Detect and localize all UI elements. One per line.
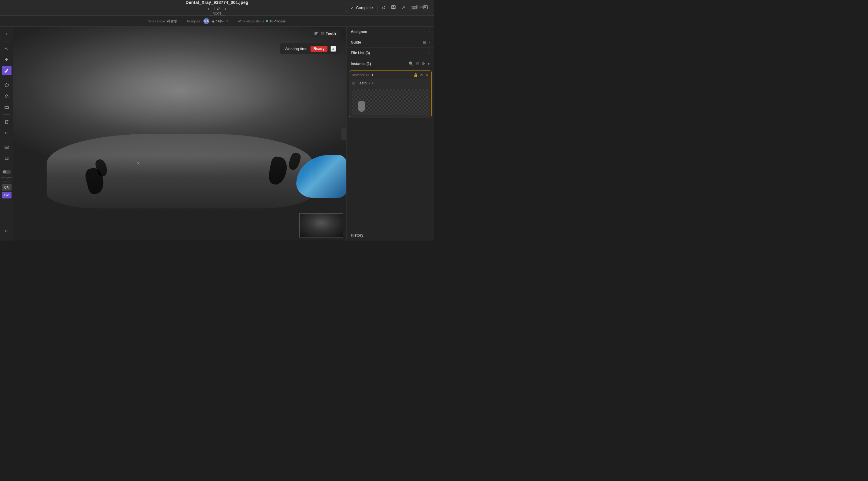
guide-header-right: ⊟ › bbox=[423, 40, 430, 44]
complete-check-icon: ✓ bbox=[350, 5, 354, 10]
work-stage-value: 라벨링 bbox=[167, 19, 177, 23]
file-list-title: File List (3) bbox=[351, 51, 370, 55]
nav-controls: ‹ 1 /3 › bbox=[206, 5, 228, 12]
complete-button[interactable]: ✓ Complete bbox=[346, 4, 377, 12]
fill-tool-button[interactable] bbox=[2, 91, 11, 101]
instance-id-container: Instance ID 1 bbox=[352, 73, 373, 77]
guide-filter-icon[interactable]: ⊟ bbox=[423, 40, 426, 44]
is-teeth-label: IS Teeth bbox=[310, 30, 340, 37]
file-list-header[interactable]: File List (3) › bbox=[346, 48, 434, 58]
assignee-title: Assignee bbox=[351, 30, 367, 34]
work-stage-label: Work stage bbox=[148, 19, 165, 23]
report-button[interactable]: Report bbox=[413, 4, 429, 10]
super-pixel-label: super pixel bbox=[1, 177, 12, 179]
left-toolbar: ‹ ↖ ✥ ↩ super pixel QA bbox=[0, 27, 13, 241]
assignee-chevron-icon: ▾ bbox=[226, 19, 228, 23]
canvas-area[interactable]: ✕ IS Teeth Working time Ready ▲ › bbox=[13, 27, 346, 241]
page-indicator: 1 /3 bbox=[214, 7, 220, 11]
collapse-left-button[interactable]: ‹ bbox=[2, 29, 11, 39]
top-bar-center: Dental_Xray_938774_001.jpeg ‹ 1 /3 › __R… bbox=[186, 0, 248, 15]
undo-tool-button[interactable]: ↩ bbox=[2, 128, 11, 138]
history-header[interactable]: History bbox=[346, 230, 434, 241]
file-title: Dental_Xray_938774_001.jpeg bbox=[186, 0, 248, 5]
toolbar-separator-5 bbox=[3, 166, 10, 166]
prev-button[interactable]: ‹ bbox=[206, 5, 211, 12]
svg-rect-8 bbox=[5, 121, 8, 124]
instance-id-label: Instance ID bbox=[352, 73, 369, 77]
instance-preview bbox=[352, 89, 429, 115]
thumbnail-overlay bbox=[299, 213, 343, 237]
assignee-section: Assignee › bbox=[346, 27, 434, 37]
canvas-collapse-handle[interactable]: › bbox=[341, 128, 346, 140]
svg-rect-13 bbox=[5, 148, 8, 149]
main-layout: ‹ ↖ ✥ ↩ super pixel QA bbox=[0, 27, 434, 241]
teeth-label-text: Teeth bbox=[326, 31, 336, 36]
delete-tool-button[interactable] bbox=[2, 117, 11, 127]
guide-header[interactable]: Guide ⊟ › bbox=[346, 37, 434, 47]
qa-button[interactable]: QA bbox=[2, 184, 11, 191]
expand-button[interactable]: ⤢ bbox=[400, 4, 406, 12]
instance-lock-button[interactable]: 🔒 bbox=[413, 73, 418, 77]
file-list-chevron-icon: › bbox=[429, 51, 430, 55]
page-current: 1 bbox=[214, 7, 216, 11]
super-pixel-toggle[interactable] bbox=[2, 170, 11, 174]
instance-filter-button[interactable]: ⊟ bbox=[416, 61, 419, 66]
second-bar: Work stage 라벨링 Assignee 유스 유스티나 ▾ Work s… bbox=[0, 16, 434, 27]
guide-section: Guide ⊟ › bbox=[346, 37, 434, 48]
stack-tool-button[interactable] bbox=[2, 143, 11, 153]
guide-chevron-icon: › bbox=[429, 40, 430, 44]
assignee-button[interactable]: Assignee 유스 유스티나 ▾ bbox=[187, 18, 228, 24]
toolbar-separator-1 bbox=[3, 41, 10, 41]
toolbar-separator-3 bbox=[3, 114, 10, 115]
file-list-header-right: › bbox=[429, 51, 430, 55]
ov-button[interactable]: OV bbox=[2, 192, 11, 198]
instance-section-header: Instance (1) 🔍 ⊟ ⚙ ▾ bbox=[346, 58, 434, 68]
status-label: Work stage status bbox=[238, 19, 264, 23]
svg-rect-2 bbox=[392, 7, 395, 9]
instance-chevron-button[interactable]: ▾ bbox=[428, 61, 430, 66]
instance-eye-button[interactable]: 👁 bbox=[420, 73, 424, 77]
toolbar-separator-6 bbox=[3, 181, 10, 182]
status-value: In Process bbox=[270, 19, 286, 23]
arrow-tool-button[interactable]: ↖ bbox=[2, 44, 11, 54]
preview-tooth-shape bbox=[358, 101, 365, 111]
instance-class-row: Teeth 🏷 bbox=[349, 79, 431, 87]
svg-rect-1 bbox=[393, 5, 394, 7]
instance-id-value: 1 bbox=[371, 73, 373, 77]
cross-marker: ✕ bbox=[136, 161, 140, 166]
tag-icon: 🏷 bbox=[369, 81, 373, 85]
instance-panel: Instance (1) 🔍 ⊟ ⚙ ▾ Instance ID 1 🔒 bbox=[346, 58, 434, 230]
erase-tool-button[interactable] bbox=[2, 102, 11, 112]
top-right-area: Report ✓ Complete ↺ ⤢ ⌨ bbox=[346, 4, 429, 12]
instance-settings-button[interactable]: ⚙ bbox=[422, 61, 425, 66]
file-subtitle: __ROOT__ bbox=[209, 12, 224, 15]
next-button[interactable]: › bbox=[223, 5, 228, 12]
toolbar-separator-2 bbox=[3, 78, 10, 78]
instance-close-button[interactable]: ✕ bbox=[425, 73, 428, 77]
thumbnail-image bbox=[300, 214, 343, 237]
assignee-header[interactable]: Assignee › bbox=[346, 27, 434, 37]
guide-title: Guide bbox=[351, 40, 361, 44]
save-button[interactable] bbox=[390, 4, 397, 12]
assignee-chevron-icon: › bbox=[429, 30, 430, 34]
file-list-section: File List (3) › bbox=[346, 48, 434, 58]
avatar: 유스 bbox=[204, 18, 210, 24]
instance-header-icons: 🔍 ⊟ ⚙ ▾ bbox=[409, 61, 430, 66]
class-dot bbox=[352, 82, 355, 85]
svg-point-4 bbox=[4, 71, 6, 73]
badge-toggle-button[interactable]: ▲ bbox=[331, 46, 336, 52]
is-tag: IS bbox=[321, 32, 324, 35]
copy-tool-button[interactable] bbox=[2, 154, 11, 163]
svg-rect-12 bbox=[5, 146, 8, 147]
working-time-badge: Working time Ready ▲ bbox=[280, 43, 340, 54]
brush-tool-button[interactable] bbox=[2, 66, 11, 75]
reset-button[interactable]: ↺ bbox=[380, 4, 387, 12]
top-bar: Dental_Xray_938774_001.jpeg ‹ 1 /3 › __R… bbox=[0, 0, 434, 16]
ready-badge: Ready bbox=[311, 46, 328, 52]
polygon-tool-button[interactable] bbox=[2, 81, 11, 90]
instance-search-button[interactable]: 🔍 bbox=[409, 61, 413, 66]
back-button[interactable]: ↩ bbox=[2, 226, 11, 236]
move-tool-button[interactable]: ✥ bbox=[2, 55, 11, 64]
page-total: /3 bbox=[217, 7, 220, 11]
complete-label: Complete bbox=[356, 5, 373, 10]
